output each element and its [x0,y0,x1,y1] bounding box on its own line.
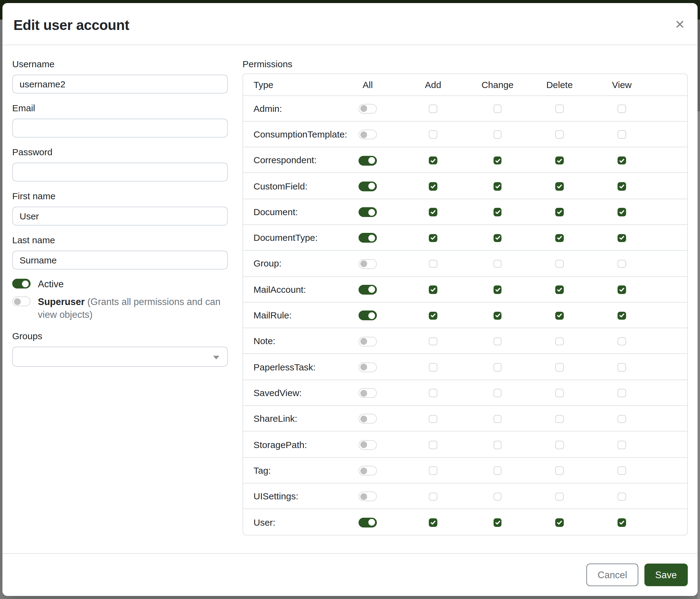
change-checkbox[interactable] [494,285,502,294]
all-toggle[interactable] [358,388,377,398]
view-checkbox[interactable] [618,492,626,501]
all-toggle[interactable] [358,259,377,269]
change-checkbox[interactable] [494,467,502,475]
delete-checkbox[interactable] [555,467,564,475]
all-toggle[interactable] [358,207,377,217]
add-checkbox[interactable] [429,492,438,501]
add-checkbox[interactable] [429,182,438,190]
row-spacer-cell [653,95,688,121]
view-checkbox[interactable] [618,337,626,346]
delete-checkbox[interactable] [555,285,564,294]
delete-checkbox[interactable] [555,389,564,397]
change-checkbox[interactable] [494,157,502,165]
last-name-field[interactable] [12,250,228,269]
delete-checkbox[interactable] [555,260,564,268]
delete-checkbox[interactable] [555,441,564,449]
change-checkbox[interactable] [494,363,502,371]
add-checkbox[interactable] [429,363,438,371]
change-checkbox[interactable] [494,389,502,397]
add-checkbox[interactable] [429,389,438,397]
close-button[interactable]: ✕ [670,15,690,34]
change-checkbox[interactable] [494,182,502,190]
delete-checkbox[interactable] [555,157,564,165]
all-toggle[interactable] [358,155,377,165]
view-checkbox[interactable] [618,234,626,242]
all-toggle[interactable] [358,414,377,424]
delete-checkbox[interactable] [555,415,564,423]
delete-checkbox[interactable] [555,208,564,216]
view-checkbox[interactable] [618,285,626,294]
view-checkbox[interactable] [618,441,626,449]
add-checkbox[interactable] [429,415,438,423]
page-scrollbar[interactable] [698,20,700,599]
email-field[interactable] [12,119,228,138]
view-checkbox[interactable] [618,130,626,139]
change-checkbox[interactable] [494,441,502,449]
view-checkbox[interactable] [618,208,626,216]
delete-checkbox[interactable] [555,311,564,320]
add-checkbox[interactable] [429,130,438,139]
delete-checkbox[interactable] [555,130,564,139]
view-checkbox[interactable] [618,518,626,527]
all-toggle[interactable] [358,492,377,502]
delete-checkbox[interactable] [555,234,564,242]
all-toggle[interactable] [358,466,377,476]
all-toggle[interactable] [358,311,377,320]
change-checkbox[interactable] [494,234,502,242]
add-checkbox[interactable] [429,208,438,216]
delete-checkbox[interactable] [555,104,564,113]
view-checkbox[interactable] [618,389,626,397]
change-checkbox[interactable] [494,518,502,527]
change-checkbox[interactable] [494,311,502,320]
view-checkbox[interactable] [618,363,626,371]
add-checkbox[interactable] [429,441,438,449]
delete-checkbox[interactable] [555,518,564,527]
cancel-button[interactable]: Cancel [587,564,638,586]
active-toggle[interactable] [12,279,30,288]
all-toggle[interactable] [358,518,377,527]
change-checkbox[interactable] [494,104,502,113]
add-checkbox[interactable] [429,467,438,475]
add-checkbox[interactable] [429,234,438,242]
add-checkbox[interactable] [429,260,438,268]
view-checkbox[interactable] [618,104,626,113]
all-toggle[interactable] [358,233,377,243]
password-field[interactable] [12,163,228,182]
all-toggle[interactable] [358,362,377,372]
username-field[interactable] [12,75,228,94]
add-checkbox[interactable] [429,285,438,294]
view-checkbox[interactable] [618,415,626,423]
all-toggle[interactable] [358,129,377,139]
delete-checkbox[interactable] [555,182,564,190]
add-checkbox[interactable] [429,104,438,113]
delete-checkbox[interactable] [555,363,564,371]
delete-checkbox[interactable] [555,337,564,346]
view-checkbox[interactable] [618,182,626,190]
save-button[interactable]: Save [644,564,688,586]
superuser-toggle[interactable] [12,296,30,306]
view-checkbox[interactable] [618,311,626,320]
all-toggle[interactable] [358,104,377,114]
change-checkbox[interactable] [494,260,502,268]
all-toggle[interactable] [358,182,377,191]
scrollbar-thumb[interactable] [698,20,700,111]
check-icon [495,287,501,293]
all-toggle[interactable] [358,440,377,450]
view-checkbox[interactable] [618,467,626,475]
groups-select[interactable] [12,346,228,367]
change-checkbox[interactable] [494,415,502,423]
add-checkbox[interactable] [429,337,438,346]
first-name-field[interactable] [12,207,228,225]
view-checkbox[interactable] [618,157,626,165]
add-checkbox[interactable] [429,311,438,320]
all-toggle[interactable] [358,285,377,295]
change-checkbox[interactable] [494,130,502,139]
change-checkbox[interactable] [494,208,502,216]
all-toggle[interactable] [358,336,377,346]
view-checkbox[interactable] [618,260,626,268]
add-checkbox[interactable] [429,518,438,527]
change-checkbox[interactable] [494,337,502,346]
change-checkbox[interactable] [494,492,502,501]
add-checkbox[interactable] [429,157,438,165]
delete-checkbox[interactable] [555,492,564,501]
